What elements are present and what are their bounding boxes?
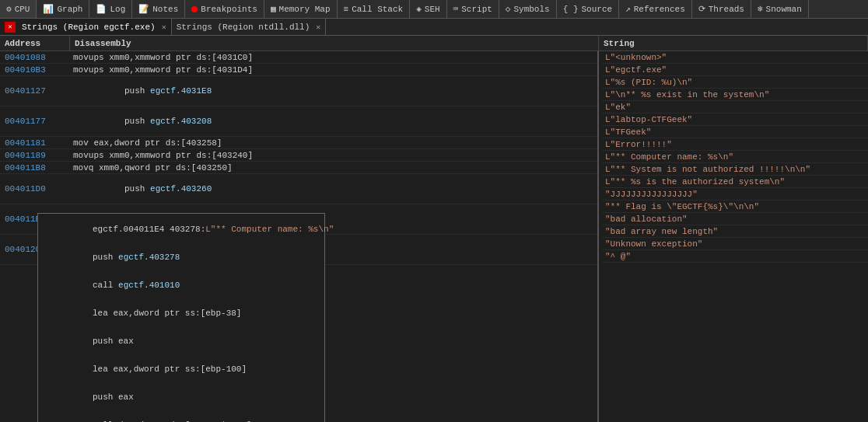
seh-icon: ◈: [416, 4, 422, 14]
references-btn[interactable]: ↗ References: [619, 0, 692, 18]
addr-004011B8: 004011B8: [0, 162, 70, 173]
list-item[interactable]: L"egctf.exe": [602, 64, 868, 76]
notes-icon: 📝: [138, 4, 149, 14]
symbols-icon: ◇: [506, 4, 511, 14]
addr-00401189: 00401189: [0, 150, 70, 161]
list-item[interactable]: "** Flag is \"EGCTF{%s}\"\n\n": [602, 201, 868, 213]
list-item[interactable]: "^ @": [602, 250, 868, 263]
list-item[interactable]: L"%s (PID: %u)\n": [602, 76, 868, 89]
strings-panel[interactable]: L"<unknown>"L"egctf.exe"L"%s (PID: %u)\n…: [599, 51, 868, 422]
addr-00401088: 00401088: [0, 52, 70, 63]
log-icon: 📄: [96, 4, 107, 14]
code-00401127: push egctf.4031E8: [70, 76, 597, 106]
references-icon: ↗: [625, 4, 631, 14]
source-btn[interactable]: { } Source: [557, 0, 619, 18]
code-00401088: movups xmm0,xmmword ptr ds:[4031C0]: [70, 52, 597, 63]
tab-strings-egctf[interactable]: ✕ Strings (Region egctf.exe) ✕: [0, 19, 172, 35]
notes-btn[interactable]: 📝 Notes: [132, 0, 185, 18]
code-004010B3: movups xmm0,xmmword ptr ds:[4031D4]: [70, 65, 597, 75]
addr-00401206: 00401206: [0, 244, 70, 255]
call-stack-btn[interactable]: ≡ Call Stack: [338, 0, 411, 18]
tooltip-line: lea eax,dword ptr ss:[ebp-100]: [41, 355, 321, 383]
call-stack-icon: ≡: [344, 5, 349, 14]
graph-icon: 📊: [43, 4, 54, 14]
tooltip-line: call dword ptr ds:[<&_wcsicmp>]: [41, 411, 321, 422]
list-item[interactable]: "JJJJJJJJJJJJJJJJ": [602, 188, 868, 201]
code-004011D0: push egctf.403260: [70, 174, 597, 204]
memory-map-btn[interactable]: ▦ Memory Map: [264, 0, 338, 18]
tooltip-line: lea eax,dword ptr ss:[ebp-38]: [41, 299, 321, 327]
seh-btn[interactable]: ◈ SEH: [410, 0, 446, 18]
tooltip-line: call egctf.401010: [41, 271, 321, 299]
tab-close-ntdll[interactable]: ✕: [316, 23, 320, 32]
disasm-container: 00401088 movups xmm0,xmmword ptr ds:[403…: [0, 51, 597, 265]
list-item[interactable]: L"** Computer name: %s\n": [602, 151, 868, 163]
list-item[interactable]: L"TFGeek": [602, 126, 868, 138]
code-00401177: push egctf.403208: [70, 106, 597, 136]
table-row[interactable]: 004011D0 push egctf.403260: [0, 174, 597, 204]
tooltip-line: push eax: [41, 327, 321, 355]
script-icon: ⌨: [453, 4, 459, 14]
main-content: 00401088 movups xmm0,xmmword ptr ds:[403…: [0, 51, 868, 422]
tab-bar: ✕ Strings (Region egctf.exe) ✕ Strings (…: [0, 19, 868, 36]
code-004011E4: push egctf.403278: [70, 204, 597, 234]
code-00401181: mov eax,dword ptr ds:[403258]: [70, 138, 597, 148]
table-row[interactable]: 00401181 mov eax,dword ptr ds:[403258]: [0, 137, 597, 149]
table-row[interactable]: 00401189 movups xmm0,xmmword ptr ds:[403…: [0, 149, 597, 162]
address-col-header: Address: [0, 36, 70, 51]
table-row[interactable]: 004011E4 push egctf.403278: [0, 204, 597, 235]
list-item[interactable]: L"** System is not authorized !!!!!\n\n": [602, 163, 868, 176]
code-004011B8: movq xmm0,qword ptr ds:[403250]: [70, 162, 597, 173]
list-item[interactable]: L"labtop-CTFGeek": [602, 113, 868, 126]
disassembly-col-header: Disassembly: [70, 36, 599, 51]
list-item[interactable]: "bad array new length": [602, 225, 868, 238]
addr-004011D0: 004011D0: [0, 183, 70, 194]
list-item[interactable]: "Unknown exception": [602, 238, 868, 250]
memory-map-icon: ▦: [271, 4, 276, 14]
list-item[interactable]: L"\n** %s exist in the system\n": [602, 89, 868, 101]
cpu-btn[interactable]: ⚙ CPU: [0, 0, 37, 18]
code-00401206: push egctf.4032A8: [70, 235, 597, 264]
breakpoint-dot-icon: [191, 6, 198, 12]
column-headers: Address Disassembly String: [0, 36, 868, 51]
graph-btn[interactable]: 📊 Graph: [37, 0, 89, 18]
table-row[interactable]: 00401177 push egctf.403208: [0, 106, 597, 137]
table-row[interactable]: 004010B3 movups xmm0,xmmword ptr ds:[403…: [0, 64, 597, 76]
list-item[interactable]: L"ek": [602, 101, 868, 113]
table-row[interactable]: 00401206 push egctf.4032A8: [0, 235, 597, 265]
string-col-header: String: [599, 36, 868, 51]
disasm-panel[interactable]: 00401088 movups xmm0,xmmword ptr ds:[403…: [0, 51, 599, 422]
breakpoints-btn[interactable]: Breakpoints: [185, 0, 264, 18]
tab-close-egctf[interactable]: ✕: [162, 23, 166, 32]
tooltip-line: push eax: [41, 383, 321, 411]
list-item[interactable]: L"** %s is the authorized system\n": [602, 176, 868, 188]
addr-00401177: 00401177: [0, 116, 70, 127]
tab-close-x-egctf[interactable]: ✕: [5, 22, 16, 33]
table-row[interactable]: 004011B8 movq xmm0,qword ptr ds:[403250]: [0, 162, 597, 174]
table-row[interactable]: 00401127 push egctf.4031E8: [0, 76, 597, 106]
list-item[interactable]: L"Error!!!!!": [602, 138, 868, 151]
snowman-btn[interactable]: ❄ Snowman: [751, 0, 809, 18]
addr-00401181: 00401181: [0, 138, 70, 148]
threads-btn[interactable]: ⟳ Threads: [692, 0, 751, 18]
addr-004010B3: 004010B3: [0, 65, 70, 75]
toolbar: ⚙ CPU 📊 Graph 📄 Log 📝 Notes Breakpoints …: [0, 0, 868, 19]
tab-strings-ntdll[interactable]: Strings (Region ntdll.dll) ✕: [172, 19, 327, 35]
script-btn[interactable]: ⌨ Script: [447, 0, 499, 18]
table-row[interactable]: 00401088 movups xmm0,xmmword ptr ds:[403…: [0, 51, 597, 64]
threads-icon: ⟳: [698, 4, 705, 14]
addr-00401127: 00401127: [0, 85, 70, 96]
log-btn[interactable]: 📄 Log: [89, 0, 132, 18]
list-item[interactable]: L"<unknown>": [602, 51, 868, 64]
addr-004011E4: 004011E4: [0, 214, 70, 225]
code-00401189: movups xmm0,xmmword ptr ds:[403240]: [70, 150, 597, 161]
cpu-icon: ⚙: [6, 4, 12, 14]
snowman-icon: ❄: [758, 4, 763, 14]
symbols-btn[interactable]: ◇ Symbols: [499, 0, 557, 18]
tab-label-egctf: Strings (Region egctf.exe): [22, 23, 156, 32]
list-item[interactable]: "bad allocation": [602, 213, 868, 225]
source-icon: { }: [563, 5, 579, 14]
tab-label-ntdll: Strings (Region ntdll.dll): [177, 23, 310, 32]
